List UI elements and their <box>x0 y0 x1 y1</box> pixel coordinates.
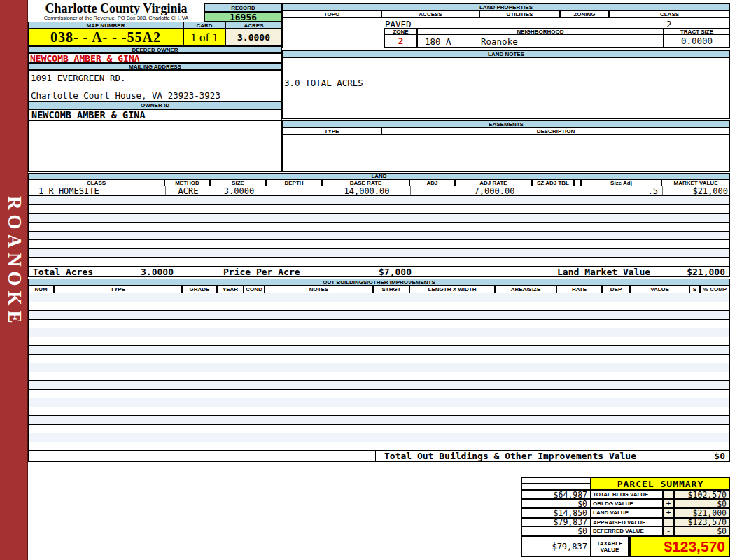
summary-left-3: $79,837 <box>522 517 591 526</box>
col-sz-adj-tbl: SZ ADJ TBL <box>532 179 574 186</box>
summary-left-0: $64,987 <box>522 490 591 499</box>
summary-op-0 <box>663 490 674 499</box>
land-table-header-row: CLASS METHOD SIZE DEPTH BASE RATE ADJ AD… <box>28 179 730 186</box>
col-base-rate: BASE RATE <box>322 179 410 186</box>
col-year: YEAR <box>217 286 244 293</box>
deeded-owner-label: DEEDED OWNER <box>28 46 282 53</box>
commissioner-line: Commissioner of the Revenue, PO Box 308,… <box>28 15 204 21</box>
land-market-value: $21,000 <box>662 186 731 195</box>
land-note-text: 3.0 TOTAL ACRES <box>284 78 363 88</box>
neighborhood-name: Roanoke <box>481 36 518 47</box>
summary-value-1: $0 <box>674 499 730 508</box>
owner-id-label: OWNER ID <box>28 102 282 109</box>
easements-header-row: TYPE DESCRIPTION <box>282 127 730 134</box>
summary-left-4: $0 <box>522 526 591 536</box>
col-class: CLASS <box>609 10 730 18</box>
divider <box>375 451 376 461</box>
empty-row <box>29 223 729 232</box>
land-empty-rows <box>28 196 730 266</box>
out-buildings-empty-rows <box>28 293 730 450</box>
col-length-width: LENGTH X WIDTH <box>410 286 495 293</box>
empty-row <box>29 258 729 266</box>
empty-row <box>29 372 729 382</box>
empty-row <box>29 355 729 364</box>
col-zoning: ZONING <box>560 10 609 18</box>
empty-row <box>29 293 729 302</box>
col-easement-type: TYPE <box>282 127 382 134</box>
mailing-address-label: MAILING ADDRESS <box>28 63 282 70</box>
land-sz-adj-tbl <box>533 186 575 195</box>
county-title: Charlotte County Virginia <box>28 1 204 16</box>
land-method: ACRE <box>165 186 211 195</box>
neighborhood-code: 180 A <box>425 36 451 47</box>
neighborhood-sidebar: ROANOKE <box>0 0 28 560</box>
summary-op-2: + <box>663 508 674 517</box>
summary-value-0: $102,570 <box>674 490 730 499</box>
empty-row <box>29 346 729 355</box>
easements-empty-box <box>282 134 730 172</box>
empty-row <box>29 390 729 399</box>
summary-value-2: $21,000 <box>674 508 730 517</box>
col-topo: TOPO <box>282 10 382 18</box>
summary-op-1: + <box>663 499 674 508</box>
neighborhood-label: NEIGHBORHOOD <box>417 28 664 35</box>
out-buildings-title: OUT BUILDINGS/OTHER IMPROVEMENTS <box>28 279 730 286</box>
summary-op-3 <box>663 517 674 526</box>
owner-block: Charlotte County Virginia Commissioner o… <box>28 0 282 172</box>
summary-left-2: $14,850 <box>522 508 591 517</box>
land-adj-rate: 7,000.00 <box>456 186 533 195</box>
empty-row <box>29 433 729 442</box>
neighborhood-cell: 180 A Roanoke <box>417 35 664 48</box>
owner-notes-empty-box <box>28 120 282 172</box>
summary-label-2: LAND VALUE <box>591 508 663 517</box>
summary-spacer-top <box>522 477 591 484</box>
land-notes-title: LAND NOTES <box>282 50 730 57</box>
summary-left-1: $0 <box>522 499 591 508</box>
empty-row <box>29 232 729 241</box>
col-num: NUM <box>28 286 54 293</box>
acres-value: 3.0000 <box>225 29 282 46</box>
empty-row <box>29 249 729 258</box>
col-dep: DEP <box>602 286 630 293</box>
col-easement-description: DESCRIPTION <box>382 127 730 134</box>
col-spacer <box>574 179 581 186</box>
card-value: 1 of 1 <box>183 29 225 46</box>
mailing-address-box: 1091 EVERGREEN RD. Charlotte Court House… <box>28 70 282 102</box>
acres-label: ACRES <box>225 22 282 29</box>
land-market-value-total: $21,000 <box>687 267 725 276</box>
land-base-rate: 14,000.00 <box>323 186 410 195</box>
col-rate: RATE <box>556 286 602 293</box>
price-per-acre-label: Price Per Acre <box>223 267 300 276</box>
record-value: 16956 <box>204 12 282 22</box>
summary-left-5: $79,837 <box>522 536 591 557</box>
summary-label-1: OBLDG VALUE <box>591 499 663 508</box>
summary-label-3: APPRAISED VALUE <box>591 517 663 526</box>
summary-value-3: $123,570 <box>674 517 730 526</box>
land-class: 1 R HOMESITE <box>29 186 165 195</box>
land-size-adj: .5 <box>582 186 662 195</box>
empty-row <box>29 363 729 372</box>
easements-title: EASEMENTS <box>282 120 730 127</box>
land-table: LAND CLASS METHOD SIZE DEPTH BASE RATE A… <box>28 173 730 277</box>
empty-row <box>29 337 729 346</box>
land-properties-title: LAND PROPERTIES <box>282 4 730 10</box>
record-label: RECORD <box>204 4 282 12</box>
address-line-1: 1091 EVERGREEN RD. <box>31 73 125 83</box>
summary-label-0: TOTAL BLDG VALUE <box>591 490 663 499</box>
property-record-card: ROANOKE Charlotte County Virginia Commis… <box>0 0 735 560</box>
taxable-value: $123,570 <box>630 536 730 557</box>
deeded-owner-value: NEWCOMB AMBER & GINA <box>28 53 282 63</box>
col-type: TYPE <box>54 286 182 293</box>
card-label: CARD <box>183 22 225 29</box>
land-totals-row: Total Acres 3.0000 Price Per Acre $7,000… <box>28 266 730 277</box>
empty-row <box>29 240 729 249</box>
col-utilities: UTILITIES <box>479 10 560 18</box>
out-buildings-table: OUT BUILDINGS/OTHER IMPROVEMENTS NUM TYP… <box>28 279 730 462</box>
col-area-size: AREA/SIZE <box>495 286 556 293</box>
empty-row <box>29 416 729 425</box>
total-acres-label: Total Acres <box>33 267 93 276</box>
land-adj <box>410 186 456 195</box>
land-size: 3.0000 <box>211 186 267 195</box>
empty-row <box>29 381 729 390</box>
empty-row <box>29 205 729 214</box>
